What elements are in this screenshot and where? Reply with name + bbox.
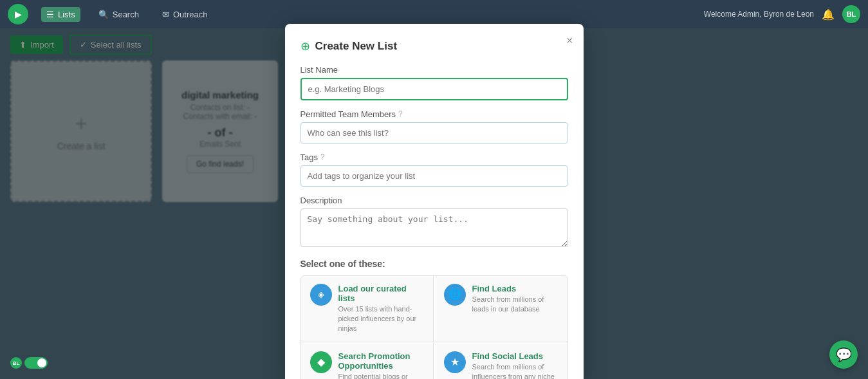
chat-bubble[interactable]: 💬 [829, 340, 858, 369]
logo[interactable]: ▶ [8, 4, 28, 24]
options-grid: ◈ Load our curated lists Over 15 lists w… [300, 275, 568, 380]
list-name-group: List Name [300, 65, 568, 100]
permitted-members-label: Permitted Team Members ? [300, 109, 568, 119]
nav-outreach[interactable]: ✉ Outreach [157, 7, 212, 22]
find-leads-desc: Search from millions of leads in our dat… [472, 295, 559, 315]
search-nav-icon: 🔍 [98, 10, 109, 19]
tags-help-icon: ? [320, 153, 325, 162]
user-avatar[interactable]: BL [842, 5, 860, 23]
find-leads-icon: 🌐 [444, 284, 466, 306]
main-content: ⬆ Import ✓ Select all lists + Create a l… [0, 28, 868, 379]
welcome-text: Welcome Admin, Byron de Leon [704, 10, 814, 19]
social-leads-title: Find Social Leads [472, 351, 559, 361]
description-label: Description [300, 196, 568, 205]
modal-plus-icon: ⊕ [300, 39, 310, 53]
permitted-members-help-icon: ? [398, 109, 403, 118]
permitted-members-input[interactable] [300, 122, 568, 143]
notifications-bell[interactable]: 🔔 [822, 8, 835, 21]
social-leads-desc: Search from millions of influencers from… [472, 362, 559, 379]
modal-header: ⊕ Create New List [300, 39, 568, 53]
tags-label: Tags ? [300, 153, 568, 162]
curated-icon: ◈ [310, 284, 332, 306]
select-one-label: Select one of these: [300, 259, 568, 269]
option-curated[interactable]: ◈ Load our curated lists Over 15 lists w… [301, 276, 434, 342]
option-find-leads[interactable]: 🌐 Find Leads Search from millions of lea… [435, 276, 568, 342]
modal-title: Create New List [315, 40, 398, 53]
topnav-right: Welcome Admin, Byron de Leon 🔔 BL [704, 5, 860, 23]
search-promo-icon: ◆ [310, 351, 332, 373]
search-promo-desc: Find potential blogs or websites you can… [338, 372, 424, 379]
curated-title: Load our curated lists [338, 284, 424, 303]
outreach-icon: ✉ [162, 10, 169, 19]
description-group: Description [300, 196, 568, 250]
create-list-modal: ⊕ Create New List × List Name Permitted … [285, 24, 584, 380]
option-social-leads[interactable]: ★ Find Social Leads Search from millions… [435, 344, 568, 379]
permitted-members-group: Permitted Team Members ? [300, 109, 568, 143]
curated-desc: Over 15 lists with hand-picked influence… [338, 304, 424, 334]
modal-overlay: ⊕ Create New List × List Name Permitted … [0, 28, 868, 379]
toggle-switch[interactable] [24, 357, 48, 369]
modal-close-button[interactable]: × [566, 34, 573, 48]
social-leads-icon: ★ [444, 351, 466, 373]
toggle-avatar: BL [10, 357, 22, 369]
tags-input[interactable] [300, 165, 568, 187]
nav-lists[interactable]: ☰ Lists [41, 7, 80, 22]
find-leads-title: Find Leads [472, 284, 559, 293]
toggle-thumb [37, 358, 46, 367]
search-promo-title: Search Promotion Opportunities [338, 351, 424, 371]
option-search-promo[interactable]: ◆ Search Promotion Opportunities Find po… [301, 344, 434, 379]
chat-icon: 💬 [836, 347, 852, 362]
description-textarea[interactable] [300, 208, 568, 247]
svg-text:▶: ▶ [15, 10, 22, 19]
list-name-label: List Name [300, 65, 568, 75]
toggle-section: BL [10, 357, 48, 369]
list-name-input[interactable] [300, 78, 568, 100]
lists-icon: ☰ [46, 10, 54, 19]
tags-group: Tags ? [300, 153, 568, 187]
nav-search[interactable]: 🔍 Search [93, 7, 144, 22]
